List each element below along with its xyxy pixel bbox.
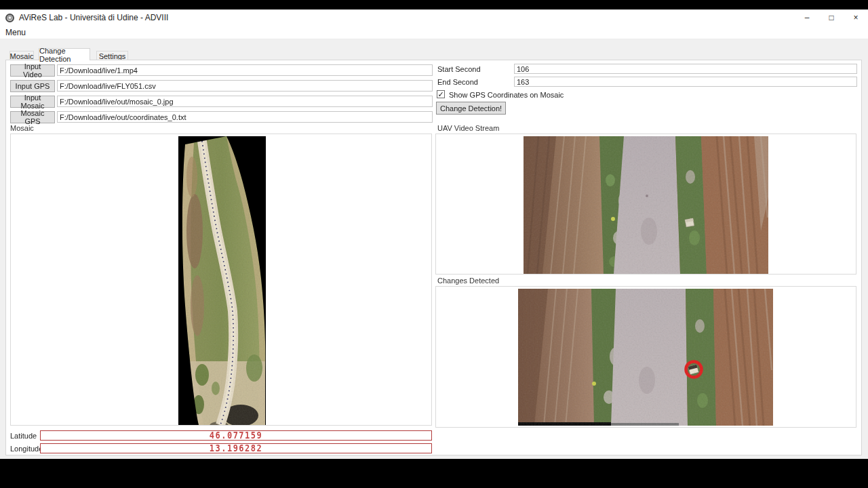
input-video-button[interactable]: Input Video: [10, 64, 55, 77]
longitude-display: 13.196282: [40, 443, 432, 453]
close-button[interactable]: ×: [844, 9, 868, 26]
menubar: Menu: [0, 26, 868, 39]
start-second-label: Start Second: [437, 65, 481, 73]
letterbox-bottom: [0, 459, 868, 488]
mosaic-gps-field[interactable]: [57, 111, 433, 123]
app-logo-icon: [5, 14, 14, 22]
minimize-button[interactable]: –: [795, 9, 819, 26]
changes-section-label: Changes Detected: [437, 277, 499, 285]
changes-detected-image: [518, 289, 773, 426]
letterbox-top: [0, 0, 868, 9]
latitude-display: 46.077159: [40, 430, 432, 441]
input-gps-button[interactable]: Input GPS: [10, 80, 55, 92]
window-controls: – □ ×: [795, 9, 868, 26]
input-gps-field[interactable]: [57, 80, 433, 92]
uav-section-label: UAV Video Stream: [437, 124, 499, 132]
end-second-field[interactable]: [514, 77, 857, 87]
input-mosaic-field[interactable]: [57, 96, 433, 107]
longitude-value: 13.196282: [210, 443, 263, 453]
end-second-label: End Second: [437, 78, 478, 86]
uav-video-image: [524, 136, 768, 274]
app-window: AViReS Lab - Università di Udine - ADVII…: [0, 9, 868, 459]
maximize-button[interactable]: □: [819, 9, 844, 26]
longitude-label: Longitude: [10, 445, 43, 453]
titlebar: AViReS Lab - Università di Udine - ADVII…: [0, 9, 868, 26]
input-video-field[interactable]: [57, 64, 433, 76]
change-detection-tab-page: Input Video Input GPS Input Mosaic Mosai…: [5, 60, 862, 455]
mosaic-gps-button[interactable]: Mosaic GPS: [10, 111, 55, 123]
tab-mosaic[interactable]: Mosaic: [9, 51, 34, 60]
tab-settings[interactable]: Settings: [96, 51, 128, 60]
show-gps-checkbox-label: Show GPS Coordinates on Mosaic: [449, 91, 564, 99]
latitude-label: Latitude: [10, 432, 37, 440]
show-gps-checkbox[interactable]: ✓: [437, 90, 445, 98]
mosaic-image: [178, 136, 266, 425]
menu-item-menu[interactable]: Menu: [0, 28, 26, 37]
checkmark-icon: ✓: [437, 90, 443, 98]
tab-change-detection[interactable]: Change Detection: [39, 48, 90, 60]
start-second-field[interactable]: [514, 64, 857, 74]
latitude-value: 46.077159: [210, 430, 263, 441]
change-detection-button[interactable]: Change Detection!: [436, 102, 506, 115]
window-title: AViReS Lab - Università di Udine - ADVII…: [19, 13, 168, 22]
input-mosaic-button[interactable]: Input Mosaic: [10, 96, 55, 108]
mosaic-section-label: Mosaic: [10, 124, 34, 132]
